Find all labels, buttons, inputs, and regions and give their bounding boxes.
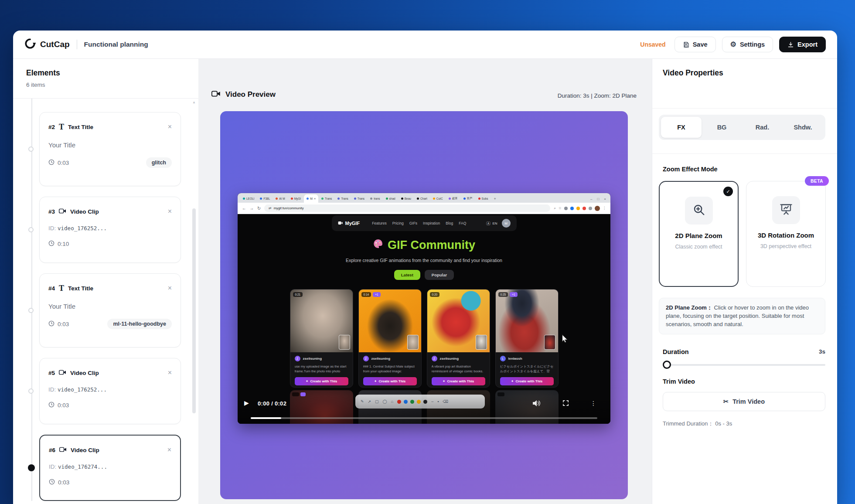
gif-card[interactable]: 0:21 Zzselisuning use my uploaded image … <box>290 289 353 388</box>
window-maximize-icon[interactable]: □ <box>597 197 599 201</box>
site-nav-link[interactable]: Pricing <box>392 221 404 225</box>
mode-card-3d-rotation-zoom[interactable]: BETA 3D Rotation Zoom 3D perspective eff… <box>746 181 826 287</box>
create-with-this-button[interactable]: ✦Create with This <box>432 377 485 385</box>
extension-icon[interactable] <box>570 207 574 210</box>
create-with-this-label: Create with This <box>310 379 337 383</box>
browser-tab[interactable]: Trans <box>351 194 367 203</box>
element-effect-badge: ml-11-hello-goodbye <box>107 319 172 329</box>
browser-menu-icon[interactable]: ⋮ <box>603 206 606 210</box>
tab-fx[interactable]: FX <box>661 117 702 138</box>
app-logo[interactable]: CutCap <box>24 38 70 51</box>
extension-icon[interactable] <box>576 207 580 210</box>
browser-tab[interactable]: AI M <box>273 194 287 203</box>
mode-card-2d-plane-zoom[interactable]: ✓ 2D Plane Zoom Classic zoom effect <box>659 181 739 287</box>
play-button[interactable]: ▶ <box>244 399 249 406</box>
browser-tab[interactable]: Trans <box>335 194 351 203</box>
filter-latest-button[interactable]: Latest <box>394 270 420 280</box>
clock-icon <box>48 240 55 248</box>
element-card-2[interactable]: #2 T Text Title × Your Title 0:03 glitch <box>39 112 181 186</box>
browser-tab[interactable]: Trans <box>319 194 334 203</box>
tab-shadow[interactable]: Shdw. <box>783 117 823 138</box>
create-with-this-button[interactable]: ✦Create with This <box>295 377 348 385</box>
gif-card[interactable]: 0:20 Zzselisuning A vibrant pop art illu… <box>427 289 490 388</box>
trimmed-duration: Trimmed Duration： 0s - 3s <box>663 420 732 428</box>
browser-tab[interactable]: shad <box>383 194 398 203</box>
properties-tabbar: FX BG Rad. Shdw. <box>659 115 825 140</box>
browser-tab[interactable]: CutC <box>430 194 446 203</box>
timeline-line <box>31 99 32 501</box>
site-user-avatar[interactable]: M <box>502 219 511 228</box>
remove-element-button[interactable]: × <box>168 285 172 292</box>
browser-tab[interactable]: F38L <box>257 194 273 203</box>
zoom-icon[interactable]: ⌕ <box>554 206 555 211</box>
window-close-icon[interactable]: × <box>604 197 606 201</box>
settings-button[interactable]: ⚙ Settings <box>722 37 773 52</box>
language-selector[interactable]: A EN <box>486 221 497 225</box>
slider-thumb[interactable] <box>663 361 671 369</box>
fullscreen-icon[interactable] <box>562 400 569 408</box>
remove-element-button[interactable]: × <box>168 369 172 376</box>
window-minimize-icon[interactable]: – <box>590 197 592 201</box>
sparkle-icon: ✦ <box>374 379 377 383</box>
bookmark-star-icon[interactable]: ☆ <box>559 206 562 210</box>
scrollbar-thumb[interactable] <box>192 208 196 413</box>
browser-tab[interactable]: 资产 <box>461 194 475 203</box>
browser-tab[interactable]: Subs <box>476 194 491 203</box>
remove-element-button[interactable]: × <box>168 208 172 215</box>
browser-tab[interactable]: Beau <box>399 194 414 203</box>
element-card-5[interactable]: #5 Video Clip × ID: video_176252... 0:03 <box>39 358 181 424</box>
save-button-label: Save <box>693 41 708 48</box>
browser-tab[interactable]: M: × <box>304 194 318 203</box>
sidebar-scrollbar[interactable]: ▲ ▼ <box>192 99 196 504</box>
gif-thumbnail: 0:21 <box>290 289 353 352</box>
element-card-6-selected[interactable]: #6 Video Clip × ID: video_176274... 0:03 <box>39 435 181 501</box>
back-icon[interactable]: ← <box>242 206 246 211</box>
create-with-this-button[interactable]: ✦Create with This <box>363 377 417 385</box>
volume-icon[interactable] <box>532 400 541 409</box>
remove-element-button[interactable]: × <box>167 446 171 453</box>
video-canvas[interactable]: LEOLIF38LAI MMyGIM: ×TransTransTranstran… <box>220 111 628 499</box>
export-button[interactable]: Export <box>779 37 826 52</box>
zoom-effect-mode-label: Zoom Effect Mode <box>663 166 718 173</box>
tab-radius[interactable]: Rad. <box>742 117 783 138</box>
reload-icon[interactable]: ↻ <box>257 206 261 211</box>
progress-bar[interactable] <box>251 417 597 419</box>
forward-icon[interactable]: → <box>250 206 254 211</box>
video-player[interactable]: LEOLIF38LAI MMyGIM: ×TransTransTranstran… <box>238 193 610 424</box>
browser-profile-avatar[interactable] <box>595 206 600 211</box>
browser-tab[interactable]: 超算 <box>446 194 460 203</box>
scrollbar-up-icon[interactable]: ▲ <box>192 100 196 104</box>
extension-icon[interactable] <box>564 207 568 210</box>
site-info-icon[interactable]: ⇄ <box>269 206 272 210</box>
site-nav-link[interactable]: FAQ <box>459 221 466 225</box>
element-card-3[interactable]: #3 Video Clip × ID: video_176252... 0:10 <box>39 197 181 263</box>
new-tab-button[interactable]: + <box>491 194 498 203</box>
filter-popular-button[interactable]: Popular <box>425 270 454 280</box>
site-brand[interactable]: MyGIF <box>338 221 360 226</box>
browser-tab[interactable]: LEOLI <box>240 194 257 203</box>
duration-slider[interactable] <box>663 364 825 366</box>
trim-video-button[interactable]: ✂ Trim Video <box>663 392 825 411</box>
extension-icon[interactable] <box>582 207 586 210</box>
site-nav-link[interactable]: GIFs <box>409 221 417 225</box>
plus-badge: +1 <box>510 292 517 297</box>
save-button[interactable]: Save <box>674 37 716 52</box>
kebab-menu-icon[interactable]: ⋮ <box>590 400 596 407</box>
address-bar[interactable]: ⇄ mygif.fun/community <box>264 204 550 212</box>
extension-icon[interactable] <box>589 207 592 210</box>
element-card-4[interactable]: #4 T Text Title × Your Title 0:03 ml-11-… <box>39 273 181 347</box>
element-duration: 0:10 <box>58 241 69 247</box>
site-nav-link[interactable]: Features <box>372 221 387 225</box>
remove-element-button[interactable]: × <box>168 123 172 130</box>
create-with-this-button[interactable]: ✦Create with This <box>500 377 554 385</box>
browser-tab[interactable]: MyGI <box>288 194 304 203</box>
browser-tab[interactable]: Chart <box>414 194 430 203</box>
site-nav-link[interactable]: Inspiration <box>423 221 440 225</box>
site-nav-link[interactable]: Blog <box>446 221 453 225</box>
browser-tab[interactable]: trans <box>368 194 382 203</box>
gif-card[interactable]: 0:25+1 Llenlassh ピクセルポイントスタイルにピクセルポイントスタ… <box>495 289 559 388</box>
duration-badge: 0:25 <box>498 292 508 297</box>
tab-bg[interactable]: BG <box>702 117 742 138</box>
project-name: Functional planning <box>84 41 148 48</box>
gif-card[interactable]: 0:14+1 Zzselisuning ### 1. Central Subje… <box>358 289 422 388</box>
